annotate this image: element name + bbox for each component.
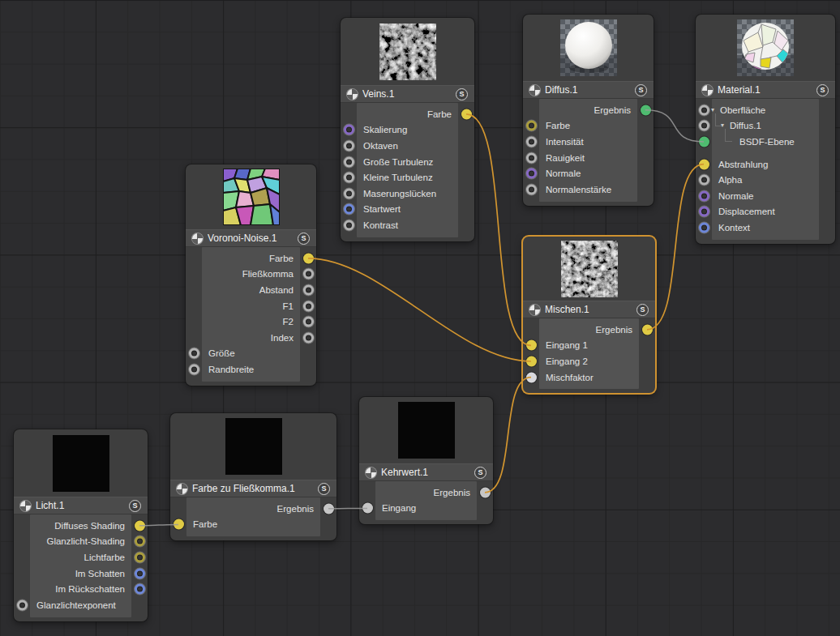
node-voronoi[interactable]: Voronoi-Noise.1SFarbeFließkommaAbstandF1… — [186, 164, 316, 386]
socket-row: Diffuses Shading — [14, 518, 148, 534]
node-diffus[interactable]: Diffus.1SErgebnisFarbeIntensitätRauigkei… — [523, 15, 654, 206]
node-title: Mischen.1 — [545, 304, 632, 315]
s-toggle-button[interactable]: S — [816, 84, 829, 96]
s-toggle-button[interactable]: S — [318, 483, 330, 495]
socket-label: Glanzlicht-Shading — [14, 536, 148, 546]
socket-kleine-turbulenz[interactable] — [344, 173, 354, 183]
node-header[interactable]: Mischen.1S — [523, 301, 655, 318]
socket-row: Farbe — [523, 118, 654, 134]
node-header[interactable]: Licht.1S — [14, 497, 148, 514]
socket-f1[interactable] — [303, 301, 314, 311]
socket-label: Skalierung — [341, 125, 474, 134]
node-mischen[interactable]: Mischen.1SErgebnisEingang 1Eingang 2Misc… — [523, 237, 655, 393]
socket-flie-komma[interactable] — [303, 269, 314, 280]
socket-row: Ergebnis — [359, 484, 493, 501]
socket-randbreite[interactable] — [189, 364, 199, 374]
socket-row: Intensität — [523, 134, 654, 150]
s-toggle-button[interactable]: S — [456, 88, 468, 100]
socket-skalierung[interactable] — [344, 125, 354, 135]
socket-label: BSDF-Ebene — [696, 137, 835, 147]
socket-diffus-1[interactable] — [699, 121, 709, 131]
socket-row: Im Schatten — [14, 566, 148, 582]
socket-oktaven[interactable] — [344, 140, 354, 151]
socket-farbe[interactable] — [461, 109, 472, 119]
socket-displacement[interactable] — [699, 207, 709, 217]
node-wire[interactable] — [466, 114, 531, 346]
node-header[interactable]: Veins.1S — [341, 85, 474, 103]
checker-icon — [192, 233, 203, 244]
socket-label: Ergebnis — [359, 488, 493, 497]
socket-startwert[interactable] — [344, 204, 354, 215]
node-wire[interactable] — [308, 258, 531, 361]
socket-ergebnis[interactable] — [642, 324, 653, 335]
socket-farbe[interactable] — [303, 253, 314, 263]
socket-normale[interactable] — [526, 169, 537, 179]
socket-bsdf-ebene[interactable] — [699, 136, 709, 147]
node-header[interactable]: Diffus.1S — [523, 81, 654, 99]
socket-abstrahlung[interactable] — [699, 159, 709, 169]
socket-row: Normale — [696, 188, 835, 204]
socket-index[interactable] — [303, 332, 314, 343]
socket-im-r-ckschatten[interactable] — [135, 584, 145, 595]
socket-lichtfarbe[interactable] — [135, 552, 145, 562]
node-kehrwert[interactable]: Kehrwert.1SErgebnisEingang — [359, 397, 493, 524]
socket-row: Farbe — [170, 517, 336, 533]
socket-label: F2 — [186, 317, 316, 327]
socket-mischfaktor[interactable] — [526, 372, 537, 382]
preview-black — [170, 413, 336, 480]
preview-mix-noise — [523, 237, 655, 301]
checker-icon — [529, 305, 540, 315]
socket-gro-e-turbulenz[interactable] — [344, 156, 354, 167]
socket-eingang[interactable] — [362, 503, 373, 514]
socket-intensit-t[interactable] — [526, 136, 537, 147]
socket-row: Mischfaktor — [523, 369, 655, 386]
preview-voronoi-cells — [186, 164, 316, 229]
socket-normale[interactable] — [699, 190, 709, 201]
socket-row: Farbe — [341, 106, 474, 122]
node-header[interactable]: Voronoi-Noise.1S — [186, 229, 316, 247]
socket-glanzlicht-shading[interactable] — [135, 536, 145, 547]
socket-normalenst-rke[interactable] — [526, 184, 537, 194]
socket-label: Displacement — [696, 207, 835, 216]
socket-ergebnis[interactable] — [324, 503, 334, 514]
expander-icon[interactable]: ▾ — [721, 122, 724, 129]
s-toggle-button[interactable]: S — [636, 304, 649, 316]
socket-alpha[interactable] — [699, 175, 709, 186]
socket-abstand[interactable] — [303, 284, 314, 295]
s-toggle-button[interactable]: S — [129, 500, 141, 512]
node-material[interactable]: Material.1SOberfläche▾Diffus.1▾BSDF-Eben… — [696, 15, 835, 244]
socket-glanzlichtexponent[interactable] — [17, 600, 28, 610]
socket-diffuses-shading[interactable] — [135, 520, 145, 531]
socket-farbe[interactable] — [526, 121, 537, 131]
socket-ergebnis[interactable] — [641, 105, 651, 115]
socket-kontext[interactable] — [699, 222, 709, 233]
node-veins[interactable]: Veins.1SFarbeSkalierungOktavenGroße Turb… — [341, 18, 474, 241]
tree-connector-line — [725, 129, 732, 142]
node-licht[interactable]: Licht.1SDiffuses ShadingGlanzlicht-Shadi… — [14, 429, 148, 621]
socket-label: Abstrahlung — [696, 160, 835, 169]
socket-maserungsl-cken[interactable] — [344, 188, 354, 198]
socket-eingang-2[interactable] — [526, 356, 537, 366]
socket-oberfl-che[interactable] — [699, 105, 709, 115]
socket-gr-e[interactable] — [189, 348, 199, 359]
socket-label: Kontext — [696, 223, 835, 233]
socket-label: Startwert — [341, 204, 474, 214]
node-canvas[interactable]: Veins.1SFarbeSkalierungOktavenGroße Turb… — [0, 0, 840, 636]
socket-f2[interactable] — [303, 317, 314, 327]
socket-im-schatten[interactable] — [135, 568, 145, 578]
socket-eingang-1[interactable] — [526, 340, 537, 351]
node-header[interactable]: Material.1S — [696, 81, 835, 99]
node-fzf[interactable]: Farbe zu Fließkomma.1SErgebnisFarbe — [170, 413, 336, 540]
node-header[interactable]: Farbe zu Fließkomma.1S — [170, 480, 336, 497]
socket-rauigkeit[interactable] — [526, 152, 537, 163]
expander-icon[interactable]: ▾ — [711, 107, 714, 113]
s-toggle-button[interactable]: S — [635, 84, 647, 96]
s-toggle-button[interactable]: S — [474, 467, 486, 479]
node-header[interactable]: Kehrwert.1S — [359, 463, 493, 481]
socket-farbe[interactable] — [174, 519, 184, 530]
socket-row: Ergebnis — [523, 322, 655, 338]
socket-label: Ergebnis — [170, 504, 336, 514]
socket-kontrast[interactable] — [344, 220, 354, 230]
s-toggle-button[interactable]: S — [298, 233, 310, 245]
socket-ergebnis[interactable] — [480, 487, 491, 497]
